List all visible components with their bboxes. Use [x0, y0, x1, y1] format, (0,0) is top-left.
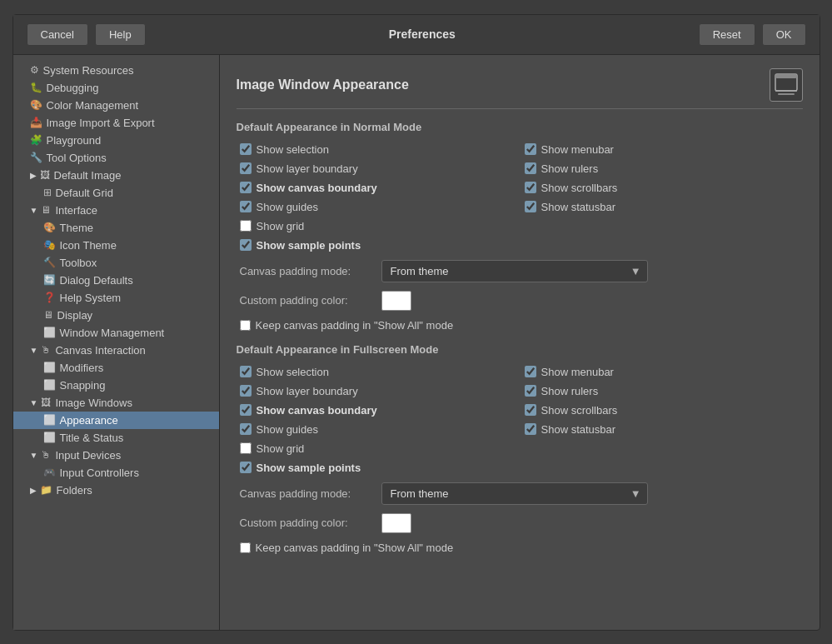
- show-selection-fs-row: Show selection: [240, 364, 518, 380]
- sidebar-item-help-system[interactable]: ❓ Help System: [13, 289, 219, 307]
- sidebar-item-system-resources[interactable]: ⚙ System Resources: [13, 62, 219, 79]
- tool-options-icon: 🔧: [30, 152, 42, 163]
- show-rulers-fs-checkbox[interactable]: [525, 385, 536, 397]
- show-scrollbars-normal-label: Show scrollbars: [541, 182, 618, 194]
- show-layer-boundary-normal-row: Show layer boundary: [240, 161, 518, 177]
- title-status-icon: ⬜: [43, 432, 56, 443]
- show-canvas-boundary-normal-row: Show canvas boundary: [240, 180, 518, 196]
- section-icon: [770, 68, 803, 102]
- sidebar-item-appearance[interactable]: ⬜ Appearance: [13, 412, 219, 429]
- show-canvas-boundary-normal-checkbox[interactable]: [240, 182, 252, 193]
- show-menubar-fs-checkbox[interactable]: [525, 366, 536, 377]
- show-canvas-boundary-fs-label: Show canvas boundary: [257, 404, 377, 417]
- image-windows-icon: 🖼: [41, 397, 51, 408]
- show-guides-normal-label: Show guides: [257, 201, 318, 213]
- show-selection-normal-checkbox[interactable]: [240, 143, 252, 155]
- sidebar-item-default-grid[interactable]: ⊞ Default Grid: [13, 184, 219, 202]
- sidebar-item-image-windows[interactable]: ▼ 🖼 Image Windows: [13, 394, 219, 412]
- show-guides-normal-row: Show guides: [240, 199, 518, 215]
- normal-keep-padding-label: Keep canvas padding in "Show All" mode: [256, 319, 454, 332]
- sidebar-item-input-devices[interactable]: ▼ 🖱 Input Devices: [13, 447, 219, 464]
- default-image-icon: 🖼: [40, 169, 50, 181]
- theme-icon: 🎨: [43, 222, 56, 233]
- fs-keep-padding-checkbox[interactable]: [240, 542, 251, 553]
- sidebar-item-dialog-defaults[interactable]: 🔄 Dialog Defaults: [13, 272, 219, 289]
- show-canvas-boundary-fs-checkbox[interactable]: [240, 404, 252, 416]
- default-image-expand-icon: ▶: [30, 171, 37, 180]
- show-menubar-normal-label: Show menubar: [541, 143, 614, 156]
- normal-keep-padding-row: Keep canvas padding in "Show All" mode: [240, 319, 803, 332]
- sidebar-item-theme[interactable]: 🎨 Theme: [13, 219, 219, 237]
- sidebar-item-display[interactable]: 🖥 Display: [13, 307, 219, 324]
- svg-rect-3: [778, 93, 795, 95]
- sidebar-item-tool-options[interactable]: 🔧 Tool Options: [13, 149, 219, 167]
- show-canvas-boundary-fs-row: Show canvas boundary: [240, 402, 518, 418]
- normal-padding-color-row: Custom padding color:: [240, 291, 803, 311]
- input-devices-icon: 🖱: [41, 449, 51, 461]
- show-grid-normal-checkbox[interactable]: [240, 220, 252, 232]
- show-rulers-normal-checkbox[interactable]: [525, 162, 536, 174]
- appearance-icon: ⬜: [43, 414, 56, 426]
- sidebar-item-playground[interactable]: 🧩 Playground: [13, 132, 219, 149]
- playground-icon: 🧩: [30, 134, 42, 146]
- sidebar-item-snapping[interactable]: ⬜ Snapping: [13, 377, 219, 394]
- input-controllers-icon: 🎮: [43, 467, 56, 478]
- normal-padding-color-label: Custom padding color:: [240, 294, 373, 307]
- show-statusbar-normal-checkbox[interactable]: [525, 201, 536, 212]
- help-button[interactable]: Help: [95, 23, 146, 46]
- normal-padding-color-swatch[interactable]: [381, 291, 411, 311]
- cancel-button[interactable]: Cancel: [27, 23, 88, 46]
- show-guides-normal-checkbox[interactable]: [240, 201, 252, 212]
- show-sample-points-normal-checkbox[interactable]: [240, 239, 252, 251]
- normal-mode-title: Default Appearance in Normal Mode: [237, 121, 803, 133]
- ok-button[interactable]: OK: [762, 23, 806, 46]
- folders-expand-icon: ▶: [30, 486, 37, 495]
- sidebar-item-interface[interactable]: ▼ 🖥 Interface: [13, 202, 219, 219]
- modifiers-icon: ⬜: [43, 362, 56, 373]
- show-sample-points-fs-label: Show sample points: [257, 462, 361, 474]
- sidebar-item-title-status[interactable]: ⬜ Title & Status: [13, 429, 219, 447]
- sidebar-item-window-management[interactable]: ⬜ Window Management: [13, 324, 219, 342]
- image-windows-expand-icon: ▼: [30, 398, 38, 407]
- sidebar-item-canvas-interaction[interactable]: ▼ 🖱 Canvas Interaction: [13, 342, 219, 359]
- normal-keep-padding-checkbox[interactable]: [240, 320, 251, 331]
- normal-padding-mode-select[interactable]: From theme Light check Dark check Custom…: [381, 260, 648, 282]
- sidebar-item-color-management[interactable]: 🎨 Color Management: [13, 97, 219, 114]
- title-bar-right: Reset OK: [699, 23, 806, 46]
- sidebar-item-debugging[interactable]: 🐛 Debugging: [13, 79, 219, 97]
- folders-icon: 📁: [40, 484, 52, 496]
- sidebar-item-icon-theme[interactable]: 🎭 Icon Theme: [13, 237, 219, 254]
- sidebar-item-image-import-export[interactable]: 📥 Image Import & Export: [13, 114, 219, 132]
- reset-button[interactable]: Reset: [699, 23, 755, 46]
- show-layer-boundary-normal-checkbox[interactable]: [240, 162, 252, 174]
- sidebar-item-modifiers[interactable]: ⬜ Modifiers: [13, 359, 219, 377]
- toolbox-icon: 🔨: [43, 257, 56, 268]
- fs-padding-mode-select[interactable]: From theme Light check Dark check Custom…: [381, 482, 648, 505]
- show-rulers-normal-row: Show rulers: [525, 161, 803, 177]
- show-grid-fs-checkbox[interactable]: [240, 442, 252, 454]
- show-scrollbars-fs-checkbox[interactable]: [525, 404, 536, 416]
- sidebar-item-toolbox[interactable]: 🔨 Toolbox: [13, 254, 219, 272]
- sidebar-item-folders[interactable]: ▶ 📁 Folders: [13, 482, 219, 499]
- main-content: ⚙ System Resources 🐛 Debugging 🎨 Color M…: [13, 55, 820, 630]
- sidebar-item-input-controllers[interactable]: 🎮 Input Controllers: [13, 464, 219, 482]
- show-scrollbars-fs-label: Show scrollbars: [541, 404, 618, 417]
- show-grid-normal-label: Show grid: [257, 220, 305, 232]
- show-menubar-normal-checkbox[interactable]: [525, 143, 536, 155]
- show-statusbar-fs-checkbox[interactable]: [525, 423, 536, 435]
- show-layer-boundary-fs-row: Show layer boundary: [240, 383, 518, 399]
- show-selection-fs-checkbox[interactable]: [240, 366, 252, 377]
- help-system-icon: ❓: [43, 292, 56, 303]
- sidebar-item-default-image[interactable]: ▶ 🖼 Default Image: [13, 167, 219, 184]
- fs-padding-color-swatch[interactable]: [381, 513, 411, 533]
- show-layer-boundary-fs-checkbox[interactable]: [240, 385, 252, 397]
- show-sample-points-fs-checkbox[interactable]: [240, 462, 252, 473]
- show-sample-points-normal-label: Show sample points: [257, 239, 361, 252]
- snapping-icon: ⬜: [43, 379, 56, 391]
- section-title: Image Window Appearance: [237, 77, 409, 92]
- show-scrollbars-normal-checkbox[interactable]: [525, 182, 536, 193]
- title-bar-left: Cancel Help: [27, 23, 146, 46]
- show-guides-fs-checkbox[interactable]: [240, 423, 252, 435]
- show-statusbar-normal-row: Show statusbar: [525, 199, 803, 215]
- show-statusbar-normal-label: Show statusbar: [541, 201, 616, 213]
